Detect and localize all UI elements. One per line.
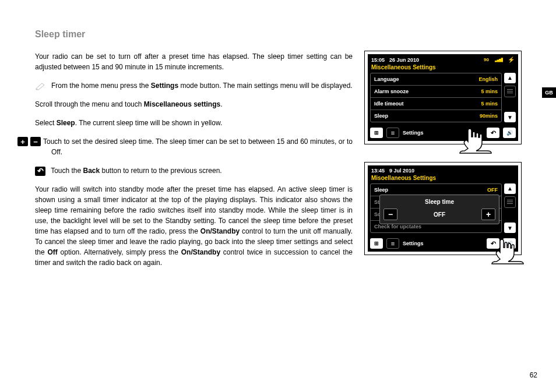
scroll-bars-icon	[504, 86, 516, 97]
menu-item-label: Language	[374, 76, 399, 82]
menu-item-value: OFF	[487, 187, 498, 193]
scroll-down-button[interactable]: ▼	[504, 112, 516, 122]
menu-item-label: Idle timeout	[374, 101, 404, 107]
plus-button[interactable]: +	[481, 209, 495, 220]
status-bar: 13:45 9 Jul 2010	[368, 165, 518, 175]
signal-strength: 90	[484, 57, 489, 62]
menu-item-value: 5 mins	[481, 89, 498, 94]
screenshots-column: 15:05 26 Jun 2010 90⚡ Miscellaneous Sett…	[364, 51, 525, 273]
menu-button[interactable]: ≡	[386, 128, 399, 138]
scroll-spacer	[504, 100, 516, 110]
menu-item-label: Sleep	[374, 187, 388, 193]
scroll-down-button[interactable]: ▼	[504, 223, 516, 233]
minus-button[interactable]: −	[383, 209, 397, 220]
t: Select	[35, 119, 57, 127]
bottom-bar: ⊞ ≡ Settings ↶ 🔊	[368, 125, 518, 141]
home-button[interactable]: ⊞	[370, 238, 383, 249]
t: option. Alternatively, simply press the	[58, 248, 181, 256]
scroll-spacer	[504, 210, 516, 221]
clock: 15:05	[371, 57, 385, 63]
clock: 13:45	[371, 168, 385, 174]
home-button[interactable]: ⊞	[370, 128, 383, 138]
screen-inner: 15:05 26 Jun 2010 90⚡ Miscellaneous Sett…	[368, 54, 518, 141]
gb-tab: GB	[542, 87, 556, 98]
t: mode button. The main settings menu will…	[178, 82, 353, 90]
bottom-bar: ⊞ ≡ Settings ↶ 🔊	[368, 235, 518, 252]
t: Off	[47, 248, 57, 256]
device-screenshot: 15:05 26 Jun 2010 90⚡ Miscellaneous Sett…	[364, 51, 522, 144]
popup-title: Sleep time	[383, 199, 495, 205]
t: Touch the	[51, 167, 83, 175]
menu-list: LanguageEnglishAlarm snooze5 minsIdle ti…	[370, 73, 502, 122]
para-step2: Scroll through the menu and touch Miscel…	[35, 99, 353, 110]
t: Settings	[151, 82, 178, 90]
menu-item-value: 5 mins	[481, 101, 498, 107]
page-number: 62	[530, 371, 537, 379]
t: Touch to set the desired sleep time. The…	[43, 137, 353, 156]
device-screenshot: 13:45 9 Jul 2010 Misoellaneous Settings …	[364, 162, 522, 255]
bottom-label: Settings	[403, 241, 424, 246]
para-step5: ↶ Touch the Back button to return to the…	[35, 165, 353, 176]
pencil-icon	[35, 82, 47, 90]
minus-icon: −	[30, 137, 41, 146]
t: From the home menu press the	[51, 82, 151, 90]
volume-button[interactable]: 🔊	[503, 238, 516, 249]
t: Scroll through the menu and touch	[35, 100, 144, 108]
volume-button[interactable]: 🔊	[503, 128, 516, 138]
sleep-time-popup: Sleep time − OFF +	[379, 195, 499, 224]
screen-inner: 13:45 9 Jul 2010 Misoellaneous Settings …	[368, 165, 518, 252]
screen-title: Misoellaneous Settings	[368, 175, 518, 183]
screen-title: Miscellaneous Settings	[368, 64, 518, 73]
menu-item-value: English	[478, 76, 498, 82]
menu-item[interactable]: Sleep90mins	[371, 110, 501, 122]
scroll-up-button[interactable]: ▲	[504, 183, 516, 194]
menu-item-label: Check for upctates	[374, 224, 421, 229]
menu-item[interactable]: Idle timeout5 mins	[371, 98, 501, 110]
popup-value: OFF	[434, 211, 445, 218]
menu-item-label: Sleep	[374, 113, 388, 119]
scroll-column: ▲ ▼	[504, 183, 516, 233]
para-step1: From the home menu press the Settings mo…	[35, 80, 353, 91]
t: Miscellaneous settings	[144, 100, 220, 108]
t: button to return to the previous screen.	[100, 167, 221, 175]
bottom-label: Settings	[403, 130, 424, 136]
back-icon: ↶	[35, 167, 45, 176]
t: On/Standby	[200, 227, 240, 235]
menu-area: LanguageEnglishAlarm snooze5 minsIdle ti…	[368, 73, 518, 125]
t: On/Standby	[181, 248, 220, 256]
para-step4: + − Touch to set the desired sleep time.…	[35, 136, 353, 157]
para-step3: Select Sleep. The current sleep time wil…	[35, 118, 353, 128]
para-long: Your radio will switch into standby mode…	[35, 184, 353, 268]
signal-icon	[495, 58, 503, 62]
date: 26 Jun 2010	[389, 57, 419, 63]
para-intro: Your radio can be set to turn off after …	[35, 51, 353, 72]
t: .	[220, 100, 222, 108]
back-button[interactable]: ↶	[487, 238, 499, 249]
t: . The current sleep time will be shown i…	[75, 119, 223, 127]
scroll-column: ▲ ▼	[504, 73, 516, 122]
back-button[interactable]: ↶	[487, 128, 499, 138]
date: 9 Jul 2010	[389, 168, 414, 174]
menu-item-label: Alarm snooze	[374, 89, 409, 94]
status-bar: 15:05 26 Jun 2010 90⚡	[368, 54, 518, 64]
plus-icon: +	[17, 137, 28, 146]
menu-item-value: 90mins	[480, 113, 498, 119]
menu-button[interactable]: ≡	[386, 238, 399, 249]
menu-item[interactable]: Alarm snooze5 mins	[371, 86, 501, 98]
page-heading: Sleep timer	[35, 29, 539, 40]
scroll-up-button[interactable]: ▲	[504, 73, 516, 83]
t: Sleep	[57, 119, 75, 127]
power-icon: ⚡	[508, 56, 515, 63]
menu-item[interactable]: LanguageEnglish	[371, 73, 501, 86]
body-column: Your radio can be set to turn off after …	[35, 51, 353, 268]
scroll-bars-icon	[504, 196, 516, 208]
t: Back	[83, 167, 100, 175]
